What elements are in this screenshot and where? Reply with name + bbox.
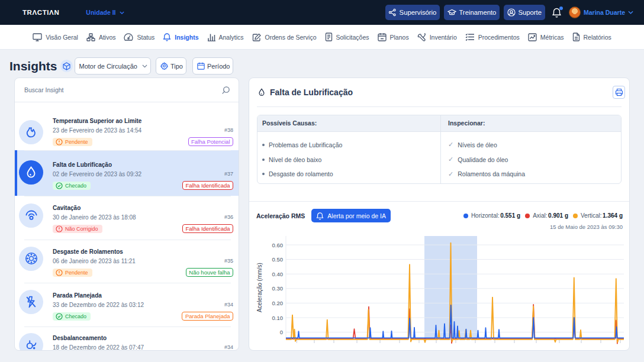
svg-text:0.30: 0.30: [272, 285, 284, 292]
svg-text:0.40: 0.40: [272, 271, 284, 277]
svg-text:0.20: 0.20: [272, 300, 284, 306]
svg-text:0.60: 0.60: [272, 242, 284, 248]
svg-text:0: 0: [280, 329, 283, 335]
svg-text:0.10: 0.10: [272, 315, 284, 321]
svg-text:Aceleração (mm/s): Aceleração (mm/s): [256, 263, 263, 312]
svg-text:0.50: 0.50: [272, 256, 284, 263]
